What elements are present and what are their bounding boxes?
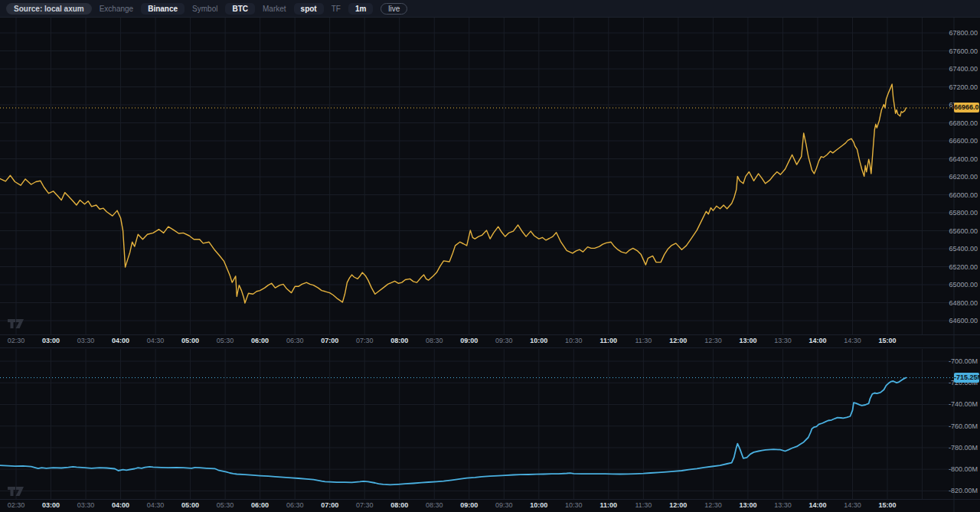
- pane-resize-divider[interactable]: [0, 347, 980, 351]
- market-label: Market: [263, 5, 286, 13]
- exchange-select[interactable]: Binance: [141, 3, 185, 15]
- chart-canvas[interactable]: [0, 0, 980, 512]
- market-select[interactable]: spot: [294, 3, 324, 15]
- symbol-label: Symbol: [192, 5, 217, 13]
- timeframe-select[interactable]: 1m: [348, 3, 373, 15]
- trading-app-window: Source: local axum Exchange Binance Symb…: [0, 0, 980, 512]
- main-price-series: [0, 84, 906, 303]
- tradingview-watermark-icon: [7, 318, 25, 330]
- symbol-select[interactable]: BTC: [225, 3, 255, 15]
- timeframe-label: TF: [332, 5, 341, 13]
- live-badge[interactable]: live: [381, 3, 407, 15]
- toolbar: Source: local axum Exchange Binance Symb…: [0, 0, 980, 18]
- source-badge[interactable]: Source: local axum: [6, 3, 92, 15]
- tradingview-watermark-icon: [7, 485, 25, 497]
- lower-indicator-series: [0, 378, 906, 485]
- exchange-label: Exchange: [100, 5, 133, 13]
